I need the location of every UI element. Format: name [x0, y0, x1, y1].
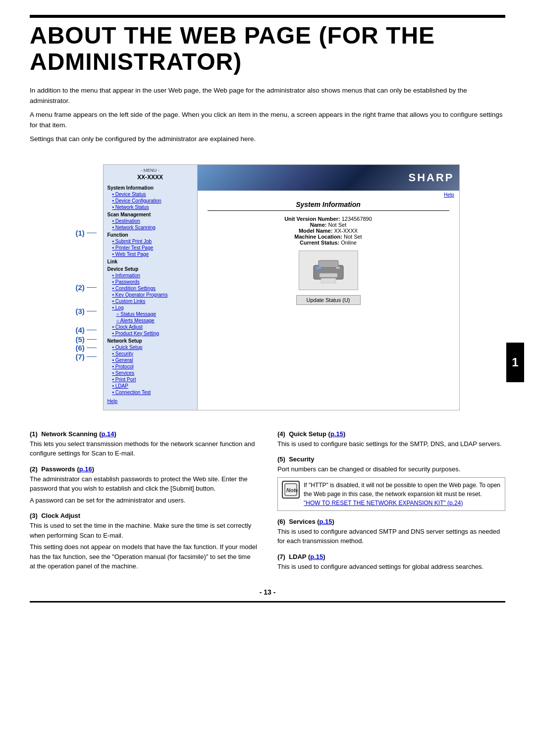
descriptions-section: (1) Network Scanning (p.14) This lets yo… [30, 430, 505, 579]
desc-item-2: (2) Passwords (p.16) The administrator c… [30, 465, 258, 505]
menu-services[interactable]: • Services [104, 370, 197, 376]
callout-7: (7) [76, 353, 97, 361]
menu-product-key[interactable]: • Product Key Setting [104, 330, 197, 337]
name-value: Not Set [328, 222, 347, 228]
menu-condition-settings[interactable]: • Condition Settings [104, 285, 197, 292]
desc-3-title: (3) Clock Adjust [30, 512, 258, 519]
printer-svg [309, 255, 348, 285]
menu-help-link[interactable]: Help [104, 396, 197, 405]
desc-4-link[interactable]: p.15 [330, 430, 343, 438]
name-row: Name: Not Set [208, 222, 449, 228]
top-border [30, 15, 505, 18]
content-body: System Information Unit Version Number: … [198, 191, 459, 314]
menu-section-link: Link [104, 257, 197, 265]
page-title: ABOUT THE WEB PAGE (FOR THE ADMINISTRATO… [30, 23, 505, 75]
callout-4-label: (4) [76, 326, 85, 334]
content-help-link[interactable]: Help [444, 192, 454, 198]
desc-1-link[interactable]: p.14 [101, 430, 114, 438]
desc-4-title: (4) Quick Setup (p.15) [277, 430, 505, 438]
desc-item-7: (7) LDAP (p.15) This is used to configur… [277, 553, 505, 572]
menu-model-label: XX-XXXX [104, 174, 197, 181]
menu-custom-links[interactable]: • Custom Links [104, 298, 197, 304]
menu-key-operator[interactable]: • Key Operator Programs [104, 292, 197, 298]
name-label: Name: [310, 222, 327, 228]
menu-passwords[interactable]: • Passwords [104, 279, 197, 285]
menu-printer-test[interactable]: • Printer Test Page [104, 245, 197, 251]
page-number: - 13 - [30, 588, 505, 596]
model-name-value: XX-XXXX [334, 228, 358, 234]
menu-network-scanning[interactable]: • Network Scanning [104, 224, 197, 231]
menu-log[interactable]: • Log [104, 304, 197, 311]
menu-destination[interactable]: • Destination [104, 218, 197, 224]
menu-print-port[interactable]: • Print Port [104, 376, 197, 383]
menu-section-system-info: System Information [104, 184, 197, 191]
desc-5-title: (5) Security [277, 455, 505, 463]
current-status-row: Current Status: Online [208, 240, 449, 246]
intro-para1: In addition to the menu that appear in t… [30, 85, 505, 106]
menu-ldap[interactable]: • LDAP [104, 383, 197, 389]
callout-7-label: (7) [76, 353, 85, 361]
desc-6-link[interactable]: p.15 [320, 518, 332, 525]
screenshot-area: 1 (1) (2) (3) (4) (5) [30, 154, 505, 420]
desc-item-4: (4) Quick Setup (p.15) This is used to c… [277, 430, 505, 449]
desc-2-link[interactable]: p.16 [79, 465, 92, 473]
menu-submit-print[interactable]: • Submit Print Job [104, 238, 197, 245]
menu-status-message[interactable]: ○ Status Message [104, 311, 197, 317]
model-name-row: Model Name: XX-XXXX [208, 228, 449, 234]
menu-device-config[interactable]: • Device Configuration [104, 198, 197, 204]
desc-6-para1: This is used to configure advanced SMTP … [277, 527, 505, 546]
menu-protocol[interactable]: • Protocol [104, 363, 197, 370]
svg-rect-1 [319, 260, 338, 267]
callout-2: (2) [76, 283, 97, 292]
model-name-label: Model Name: [299, 228, 332, 234]
menu-title-label: - MENU - [104, 168, 197, 173]
desc-7-para1: This is used to configure advanced setti… [277, 562, 505, 572]
desc-item-6: (6) Services (p.15) This is used to conf… [277, 518, 505, 546]
desc-4-para1: This is used to configure basic settings… [277, 439, 505, 449]
callout-6: (6) [76, 344, 97, 352]
menu-alerts-message[interactable]: ○ Alerts Message [104, 317, 197, 324]
intro-para2: A menu frame appears on the left side of… [30, 109, 505, 131]
unit-version-value: 1234567890 [342, 216, 372, 222]
sharp-logo: SHARP [408, 171, 454, 184]
callout-2-label: (2) [76, 283, 85, 292]
note-pencil-icon: Note [284, 483, 298, 497]
machine-location-row: Machine Location: Not Set [208, 234, 449, 240]
menu-clock-adjust[interactable]: • Clock Adjust [104, 324, 197, 330]
chapter-tab: 1 [506, 343, 524, 382]
menu-general[interactable]: • General [104, 357, 197, 363]
desc-2-title: (2) Passwords (p.16) [30, 465, 258, 473]
menu-connection-test[interactable]: • Connection Test [104, 389, 197, 396]
update-status-button[interactable]: Update Status (U) [296, 295, 361, 305]
callout-4: (4) [76, 326, 97, 334]
info-table: Unit Version Number: 1234567890 Name: No… [208, 216, 449, 246]
desc-7-link[interactable]: p.15 [310, 553, 323, 560]
menu-section-function: Function [104, 231, 197, 238]
menu-device-status[interactable]: • Device Status [104, 191, 197, 198]
svg-rect-5 [321, 278, 336, 283]
svg-rect-3 [316, 267, 321, 269]
content-header: SHARP Help [198, 165, 459, 191]
callout-3-label: (3) [76, 307, 85, 315]
unit-version-row: Unit Version Number: 1234567890 [208, 216, 449, 222]
current-status-label: Current Status: [300, 240, 339, 246]
menu-security[interactable]: • Security [104, 351, 197, 357]
desc-2-para1: The administrator can establish password… [30, 474, 258, 494]
note-text: If "HTTP" is disabled, it will not be po… [304, 481, 501, 507]
menu-section-network-setup: Network Setup [104, 337, 197, 344]
menu-network-status[interactable]: • Network Status [104, 204, 197, 210]
menu-quick-setup[interactable]: • Quick Setup [104, 344, 197, 351]
desc-item-3: (3) Clock Adjust This is used to set the… [30, 512, 258, 571]
desc-3-para1: This is used to set the time in the mach… [30, 521, 258, 540]
desc-1-title: (1) Network Scanning (p.14) [30, 430, 258, 438]
menu-section-scan: Scan Management [104, 210, 197, 218]
callout-6-label: (6) [76, 344, 85, 352]
menu-web-test[interactable]: • Web Test Page [104, 251, 197, 257]
menu-panel: - MENU - XX-XXXX System Information • De… [104, 165, 198, 410]
desc-5-para1: Port numbers can be changed or disabled … [277, 464, 505, 474]
note-link[interactable]: "HOW TO RESET THE NETWORK EXPANSION KIT"… [304, 500, 463, 506]
intro-para3: Settings that can only be configured by … [30, 134, 505, 145]
desc-item-5: (5) Security Port numbers can be changed… [277, 455, 505, 511]
bottom-border [30, 601, 505, 603]
menu-information[interactable]: • Information [104, 272, 197, 279]
